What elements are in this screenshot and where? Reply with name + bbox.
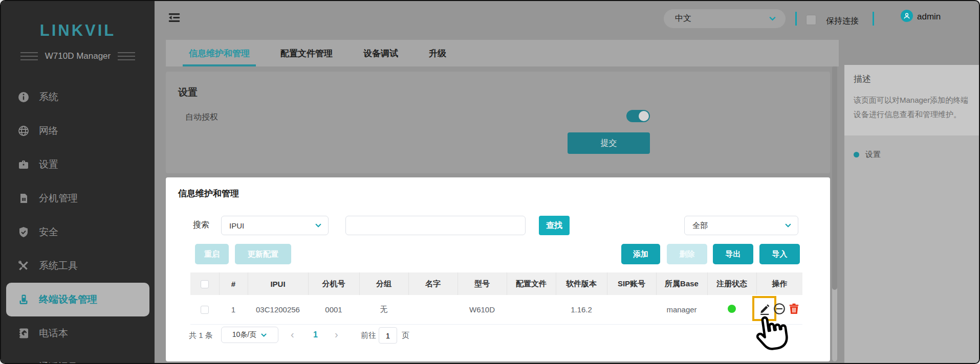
sidebar-item-label: 系统工具 — [39, 259, 78, 272]
column-header: 所属Base — [656, 272, 707, 295]
auto-auth-label: 自动授权 — [185, 112, 218, 123]
handset-icon — [17, 293, 30, 306]
cell-index: 1 — [219, 295, 248, 324]
brand-logo: LINKVIL — [1, 21, 155, 40]
online-status-dot — [728, 305, 736, 313]
column-header: 分机号 — [308, 272, 359, 295]
sidebar-item-label: 系统 — [39, 90, 58, 104]
page-unit-label: 页 — [402, 331, 409, 340]
language-value: 中文 — [675, 13, 691, 24]
current-page[interactable]: 1 — [313, 330, 318, 339]
tab-upgrade[interactable]: 升级 — [423, 40, 452, 66]
pagination: 共 1 条 10条/页 ‹ 1 › 前往 页 — [166, 327, 830, 345]
search-input[interactable] — [345, 216, 526, 235]
tools-icon — [17, 260, 30, 272]
settings-panel: 设置 自动授权 提交 — [166, 72, 830, 173]
chevron-down-icon — [260, 332, 267, 338]
device-table: # IPUI 分机号 分组 名字 型号 配置文件 软件版本 SIP账号 所属Ba… — [190, 272, 802, 325]
goto-label: 前往 — [361, 331, 376, 340]
sidebar-item-extension-management[interactable]: 分机管理 — [1, 181, 155, 215]
device-panel-title: 信息维护和管理 — [178, 188, 239, 199]
sidebar-item-label: 分机管理 — [39, 192, 78, 205]
sidebar-item-system-tools[interactable]: 系统工具 — [1, 249, 155, 283]
column-header: 型号 — [458, 272, 507, 295]
tabs-bar: 信息维护和管理 配置文件管理 设备调试 升级 — [166, 40, 839, 66]
sidebar-item-terminal-device-management[interactable]: 终端设备管理 — [6, 283, 149, 316]
sidebar-item-security[interactable]: 安全 — [1, 215, 155, 249]
filter-select[interactable]: 全部 — [684, 216, 798, 235]
delete-trash-icon[interactable] — [788, 302, 800, 315]
header-select-all — [190, 272, 219, 295]
filter-value: 全部 — [692, 221, 708, 231]
auto-auth-toggle[interactable] — [626, 110, 650, 122]
username: admin — [917, 12, 941, 22]
chevron-down-icon — [315, 222, 322, 229]
prev-page-icon[interactable]: ‹ — [291, 329, 294, 340]
cell-sip — [607, 295, 656, 324]
column-header: SIP账号 — [607, 272, 656, 295]
submit-button[interactable]: 提交 — [568, 132, 650, 154]
decor-lines-icon — [20, 52, 38, 60]
description-bullet-item[interactable]: 设置 — [854, 150, 980, 160]
phonebook-icon — [17, 327, 30, 339]
globe-icon — [17, 125, 30, 137]
tab-profile-management[interactable]: 配置文件管理 — [274, 40, 339, 66]
language-select[interactable]: 中文 — [664, 9, 786, 28]
description-panel: 描述 该页面可以对Manager添加的终端设备进行信息查看和管理维护。 设置 — [844, 65, 980, 364]
extension-icon — [17, 192, 30, 204]
table-row: 1 03C1200256 0001 无 W610D 1.16.2 manager — [190, 295, 802, 324]
tab-device-debug[interactable]: 设备调试 — [357, 40, 404, 66]
column-header: 注册状态 — [707, 272, 756, 295]
cell-model: W610D — [458, 295, 507, 324]
select-all-checkbox[interactable] — [201, 280, 209, 288]
cell-profile — [507, 295, 556, 324]
sidebar-item-label: 设置 — [39, 158, 58, 171]
column-header: 名字 — [408, 272, 458, 295]
sidebar-item-settings[interactable]: 设置 — [1, 148, 155, 181]
sidebar-item-phonebook[interactable]: 电话本 — [1, 316, 155, 350]
find-button[interactable]: 查找 — [539, 216, 570, 235]
tab-info-maintenance[interactable]: 信息维护和管理 — [183, 40, 256, 66]
export-button[interactable]: 导出 — [713, 244, 753, 264]
search-row: 搜索 IPUI 查找 全部 — [166, 216, 830, 235]
chevron-down-icon — [769, 15, 776, 22]
sidebar-item-call-log[interactable]: 通话记录 — [1, 350, 155, 364]
delete-button[interactable]: 删除 — [667, 244, 707, 264]
sidebar-item-system[interactable]: 系统 — [1, 80, 155, 114]
next-page-icon[interactable]: › — [335, 329, 338, 340]
brand-subtitle: W710D Manager — [45, 51, 111, 61]
import-button[interactable]: 导入 — [759, 244, 800, 264]
sidebar-item-label: 安全 — [39, 225, 58, 239]
sidebar-item-label: 终端设备管理 — [39, 293, 97, 306]
scrollbar-thumb[interactable] — [832, 65, 837, 290]
column-header: IPUI — [248, 272, 308, 295]
sidebar-item-network[interactable]: 网络 — [1, 114, 155, 148]
column-header: 分组 — [359, 272, 408, 295]
page-size-select[interactable]: 10条/页 — [221, 327, 278, 343]
user-avatar[interactable] — [901, 10, 913, 22]
device-management-panel: 信息维护和管理 搜索 IPUI 查找 全部 重启 更新配置 添加 删除 导出 导… — [166, 177, 830, 361]
update-config-button[interactable]: 更新配置 — [235, 244, 291, 264]
column-header: 操作 — [756, 272, 802, 295]
reboot-button[interactable]: 重启 — [195, 244, 229, 264]
search-type-select[interactable]: IPUI — [221, 216, 329, 235]
cell-base: manager — [656, 295, 707, 324]
hand-cursor-icon — [748, 310, 792, 353]
sidebar-collapse-icon[interactable] — [167, 11, 181, 25]
keep-connected-label: 保持连接 — [826, 16, 859, 27]
add-button[interactable]: 添加 — [621, 244, 660, 264]
cell-version: 1.16.2 — [556, 295, 607, 324]
goto-page-input[interactable] — [379, 327, 397, 344]
table-header-row: # IPUI 分机号 分组 名字 型号 配置文件 软件版本 SIP账号 所属Ba… — [190, 272, 802, 295]
bullet-dot-icon — [854, 152, 859, 157]
toggle-knob — [639, 111, 649, 121]
vertical-scrollbar — [832, 65, 837, 361]
cell-ipui: 03C1200256 — [248, 295, 308, 324]
cell-name — [408, 295, 458, 324]
sidebar-item-label: 网络 — [39, 124, 58, 138]
page-size-value: 10条/页 — [232, 330, 256, 339]
keep-connected-checkbox[interactable] — [806, 15, 816, 25]
description-box: 描述 该页面可以对Manager添加的终端设备进行信息查看和管理维护。 — [844, 65, 980, 135]
row-checkbox[interactable] — [201, 306, 209, 314]
bullet-label: 设置 — [865, 150, 881, 160]
